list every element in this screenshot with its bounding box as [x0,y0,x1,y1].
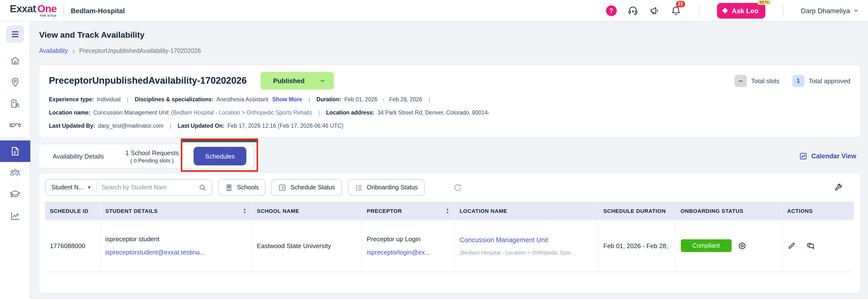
cell-preceptor: Preceptor up Login ispreceptorlogin@ex..… [362,220,455,272]
calendar-view-label: Calendar View [811,153,856,160]
duration-dash: - [382,97,384,102]
sidebar-item-documents[interactable] [0,140,30,162]
search-icon[interactable] [198,183,212,192]
search-category-dropdown[interactable]: Student N... ▼ [45,184,96,191]
location-name-label: Location name: [49,110,90,115]
col-preceptor: PRECEPTOR ▲▼ [362,201,455,220]
refresh-icon[interactable] [453,183,462,192]
sidebar-item-people[interactable] [0,162,30,184]
exxat-one-logo: Exxat One FOR SITES [10,4,57,18]
separator: | [429,96,430,103]
total-approved-value: 1 [792,75,804,87]
sidebar-item-clinic[interactable] [0,93,30,114]
wrench-settings-icon[interactable] [834,183,843,192]
preceptor-name: Preceptor up Login [367,236,421,243]
school-requests-line1: 1 School Requests [125,149,179,156]
hamburger-menu-icon[interactable] [6,25,24,43]
people-group-icon [9,167,21,179]
schools-filter-button[interactable]: Schools [218,179,266,196]
brand-secondary: One [37,4,57,14]
last-updated-by-label: Last Updated By: [49,123,95,129]
tabs-row: Availability Details 1 School Requests (… [39,144,860,168]
sort-icon[interactable]: ▲▼ [446,208,450,214]
megaphone-icon[interactable] [649,5,659,16]
calendar-view-icon [799,152,807,160]
student-email-link[interactable]: ispreceptorstudent@exxat.testina... [105,249,247,256]
ask-leo-button[interactable]: ❖ Ask Leo BETA [717,3,765,18]
breadcrumb: Availability › PreceptorUnpublishedAvail… [39,48,860,54]
top-bar: Exxat One FOR SITES Bedlam-Hospital ? [0,0,868,22]
schedules-table: SCHEDULE ID STUDENT DETAILS ▲▼ SCHOOL NA… [45,201,854,272]
location-hierarchy: (Bedlam Hospital - Location > Orthopedic… [171,110,312,115]
org-name: Bedlam-Hospital [71,7,125,15]
sidebar-item-education[interactable] [0,184,30,205]
sidebar-item-partnerships[interactable] [0,114,30,136]
support-headset-icon[interactable] [627,5,638,16]
breadcrumb-availability-link[interactable]: Availability [39,48,68,54]
sidebar-item-locations[interactable] [0,72,30,93]
experience-type-label: Experience type: [49,97,94,102]
cell-schedule-duration: Feb 01, 2026 - Feb 28, [598,220,676,272]
show-more-link[interactable]: Show More [272,97,302,102]
col-onboarding-status: ONBOARDING STATUS [676,201,782,220]
tab-availability-details[interactable]: Availability Details [42,153,115,160]
list-icon [278,183,287,192]
disciplines-value: Anesthesia Assistant [217,97,268,102]
divider [783,5,783,17]
sidebar-item-analytics[interactable] [0,205,30,226]
col-schedule-duration: SCHEDULE DURATION [598,201,676,220]
col-schedule-id: SCHEDULE ID [45,201,100,220]
table-row: 1776088000 ispreceptor student isprecept… [45,220,854,272]
status-dropdown[interactable]: Published [260,72,334,89]
user-name: Darp Dhameliya [801,7,850,15]
comments-icon[interactable] [806,241,815,250]
status-label: Published [273,77,305,84]
help-icon[interactable]: ? [606,5,617,16]
divider [64,5,64,17]
disciplines-label: Disciplines & specializations: [135,97,214,102]
tab-schedules[interactable]: Schedules [193,147,246,165]
compliant-status-badge[interactable]: Compliant [681,240,732,252]
total-slots-value: -- [735,75,747,87]
col-actions: ACTIONS [782,201,854,220]
page-title: View and Track Availability [39,30,860,40]
schedule-status-filter-button[interactable]: Schedule Status [272,179,342,196]
cell-actions [782,220,854,272]
location-pin-icon [9,77,20,88]
student-search-input[interactable] [97,184,198,191]
cell-student-details: ispreceptor student ispreceptorstudent@e… [100,220,252,272]
edit-pencil-icon[interactable] [787,242,796,250]
ask-leo-logo-icon: ❖ [722,6,728,15]
sidebar-divider [0,138,30,138]
location-name-link[interactable]: Concussion Management Unit [460,236,593,244]
last-updated-on-value: Feb 17, 2026 12:16 (Feb 17, 2026 06:46 U… [227,123,343,129]
schedule-status-filter-label: Schedule Status [290,184,335,191]
user-menu[interactable]: Darp Dhameliya [801,7,859,15]
duration-start: Feb 01, 2026 [344,97,377,102]
handshake-icon [9,119,21,131]
student-name: ispreceptor student [105,236,159,243]
sort-icon[interactable]: ▲▼ [243,208,247,214]
sidebar-item-home[interactable] [0,50,30,72]
duration-end: Feb 28, 2026 [389,97,422,102]
notification-bell-icon[interactable]: 21 [670,5,681,16]
preceptor-email-link[interactable]: ispreceptorlogin@ex... [367,249,450,256]
onboarding-status-filter-button[interactable]: Onboarding Status [348,179,425,196]
calendar-view-link[interactable]: Calendar View [799,152,856,160]
location-name-value: Concussion Management Unit [93,110,168,115]
sidebar-nav [0,22,30,299]
checklist-icon [354,183,363,192]
location-hierarchy-text: (Bedlam Hospital - Location > Orthopedic… [460,250,593,255]
availability-summary-card: PreceptorUnpublishedAvailability-1702020… [39,65,860,137]
col-school-name: SCHOOL NAME [252,201,362,220]
brand-tagline: FOR SITES [40,15,57,18]
separator: | [170,123,171,129]
tab-school-requests[interactable]: 1 School Requests ( 0 Pending slots ) [115,149,189,163]
annotation-scrollbar-artifact [182,140,256,142]
experience-type-value: Individual [97,97,121,102]
last-updated-on-label: Last Updated On: [178,123,224,129]
view-icon[interactable] [738,241,747,250]
cell-schedule-id: 1776088000 [45,220,100,272]
availability-title: PreceptorUnpublishedAvailability-1702020… [49,75,247,86]
app-window: Exxat One FOR SITES Bedlam-Hospital ? [0,0,868,299]
